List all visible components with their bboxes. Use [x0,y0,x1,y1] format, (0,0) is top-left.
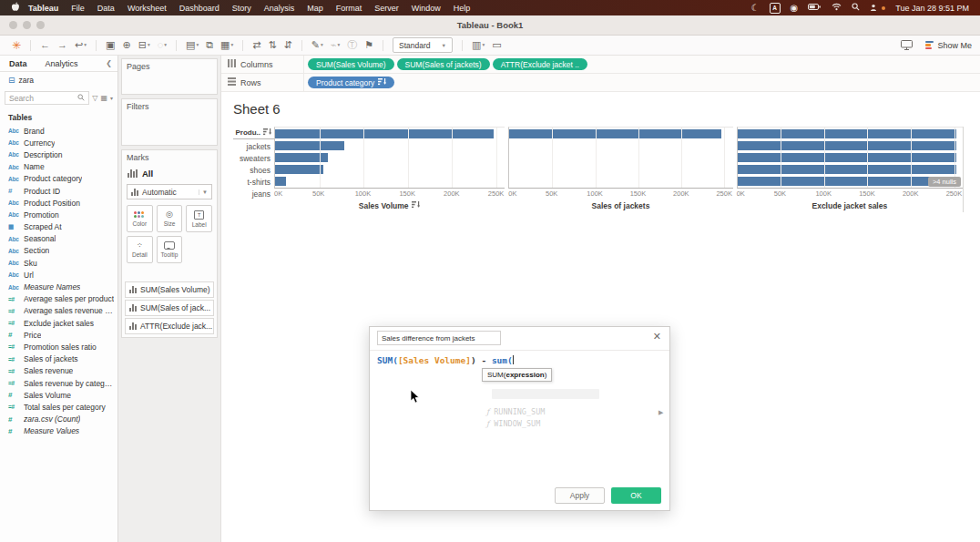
field-sales-revenue-by-category[interactable]: =#Sales revenue by category [0,377,117,389]
format-painter-icon[interactable]: ⌁▾ [327,40,343,50]
search-icon[interactable] [852,3,860,13]
pill-attr-exclude-jacket[interactable]: ATTR(Exclude jacket .. [493,58,587,70]
sort-descending-icon[interactable]: ⇵ [281,40,296,50]
menu-item-dashboard[interactable]: Dashboard [173,4,226,13]
new-worksheet-icon[interactable]: ▤▾ [182,40,202,50]
pages-card[interactable]: Pages [121,58,218,95]
field-url[interactable]: AbcUrl [0,269,117,281]
apple-icon[interactable] [11,2,20,14]
plot-sales-of-jackets[interactable] [508,127,732,189]
search-input[interactable]: Search [5,91,89,105]
wifi-icon[interactable] [832,3,842,13]
menu-item-analysis[interactable]: Analysis [258,4,301,13]
menu-item-story[interactable]: Story [226,4,258,13]
text-label-icon[interactable]: Ⓣ [343,40,361,50]
calculation-name-input[interactable] [377,331,501,345]
field-promotion[interactable]: AbcPromotion [0,209,117,220]
field-product-position[interactable]: AbcProduct Position [0,197,117,209]
field-product-category[interactable]: AbcProduct category [0,173,117,185]
mark-pill-sum-sales-volume[interactable]: SUM(Sales Volume) [125,281,214,298]
plot-exclude-jacket-sales[interactable]: >4 nulls [737,127,963,189]
field-seasonal[interactable]: AbcSeasonal [0,233,117,245]
suggestion-window-sum[interactable]: ƒWINDOW_SUM [486,417,664,429]
apply-button[interactable]: Apply [555,487,605,504]
tab-data[interactable]: Data [0,59,36,68]
view-grid-icon[interactable]: ▦ [100,94,107,102]
field-currency[interactable]: AbcCurrency [0,137,117,148]
ok-button[interactable]: OK [611,487,661,504]
redo-icon[interactable]: ↩▾ [71,40,90,50]
show-hide-cards-icon[interactable]: ▥▾ [468,40,488,50]
tableau-logo-icon[interactable]: ✳ [8,40,25,51]
moon-icon[interactable]: ☾ [751,3,760,13]
bar-jackets[interactable] [275,129,494,138]
screen-record-icon[interactable]: ◉ [791,3,799,13]
rows-shelf[interactable]: Rows Product category [221,74,980,92]
bar-jackets[interactable] [509,129,721,138]
menu-item-format[interactable]: Format [330,4,369,13]
category-t-shirts[interactable]: t-shirts [233,177,274,189]
filters-card[interactable]: Filters [121,98,218,146]
pill-sum-sales-of-jackets[interactable]: SUM(Sales of jackets) [397,58,490,70]
forward-icon[interactable]: → [54,40,71,50]
field-total-sales-per-category[interactable]: =#Total sales per category [0,401,117,413]
datasource-row[interactable]: ⊟ zara [0,72,117,87]
row-field-header[interactable]: Produ.. [233,127,274,139]
bar-jeans[interactable] [275,177,286,186]
bar-jackets[interactable] [738,129,957,138]
category-jeans[interactable]: jeans [233,189,274,200]
presentation-mode-icon[interactable]: ▭ [488,40,505,50]
pill-sum-sales-volume[interactable]: SUM(Sales Volume) [308,58,394,70]
axis-title-exclude-jacket-sales[interactable]: Exclude jacket sales [737,199,963,212]
category-shoes[interactable]: shoes [233,164,274,176]
field-product-id[interactable]: #Product ID [0,185,117,197]
menu-item-tableau[interactable]: Tableau [22,4,65,13]
category-sweaters[interactable]: sweaters [233,152,274,164]
field-sales-volume[interactable]: #Sales Volume [0,389,117,401]
bar-sweaters[interactable] [275,141,344,150]
field-zara-csv-count[interactable]: #zara.csv (Count) [0,414,117,425]
formula-editor[interactable]: SUM([Sales Volume]) - sum( [377,355,514,365]
field-average-sales-revenue-per[interactable]: =#Average sales revenue per... [0,305,117,317]
mark-pill-sum-sales-of-jack[interactable]: SUM(Sales of jack... [125,300,214,316]
filter-fields-icon[interactable]: ▽ [92,94,97,102]
menu-item-window[interactable]: Window [405,4,447,13]
bar-t-shirts[interactable] [275,165,323,174]
fit-select[interactable]: Standard▼ [393,37,453,53]
menu-clock[interactable]: Tue Jan 28 9:51 PM [895,4,969,13]
pane-options-caret-icon[interactable]: ▾ [110,95,113,101]
sort-ascending-icon[interactable]: ⇅ [264,40,280,50]
bar-t-shirts[interactable] [738,165,957,174]
battery-icon[interactable] [808,3,822,13]
field-sku[interactable]: AbcSku [0,257,117,269]
menu-item-help[interactable]: Help [447,4,477,13]
axis-title-sales-volume[interactable]: Sales Volume [274,199,505,212]
presentation-mode-icon[interactable] [897,40,916,50]
duplicate-sheet-icon[interactable]: ⧉ [202,40,217,50]
menu-item-map[interactable]: Map [301,4,330,13]
field-section[interactable]: AbcSection [0,245,117,257]
menu-item-worksheet[interactable]: Worksheet [121,4,173,13]
field-average-sales-per-product[interactable]: =#Average sales per product [0,293,117,305]
clear-sheet-icon[interactable]: ▦▾ [217,40,237,50]
field-measure-values[interactable]: #Measure Values [0,425,117,437]
expand-arrow-icon[interactable]: ▶ [658,409,663,416]
null-indicator-badge[interactable]: >4 nulls [928,177,961,187]
field-price[interactable]: #Price [0,329,117,341]
mark-pill-attr-exclude-jack[interactable]: ATTR(Exclude jack... [125,318,214,334]
bar-shoes[interactable] [738,153,957,162]
category-jackets[interactable]: jackets [233,140,274,152]
tooltip-button[interactable]: Tooltip [157,236,183,263]
field-scraped-at[interactable]: ▦Scraped At [0,221,117,233]
tab-analytics[interactable]: Analytics [36,59,87,68]
plot-sales-volume[interactable] [274,127,505,189]
field-brand[interactable]: AbcBrand [0,125,117,137]
add-data-source-icon[interactable]: ⊕ [118,40,134,50]
columns-shelf[interactable]: Columns SUM(Sales Volume)SUM(Sales of ja… [221,56,980,74]
data-source-icon[interactable]: ⊟▾ [135,40,154,50]
show-me-button[interactable]: Show Me [925,41,972,50]
refresh-icon[interactable]: ◌▾ [154,40,170,50]
save-icon[interactable]: ▣ [102,40,118,50]
field-exclude-jacket-sales[interactable]: =#Exclude jacket sales [0,317,117,329]
swap-rows-columns-icon[interactable]: ⇄ [249,40,264,50]
